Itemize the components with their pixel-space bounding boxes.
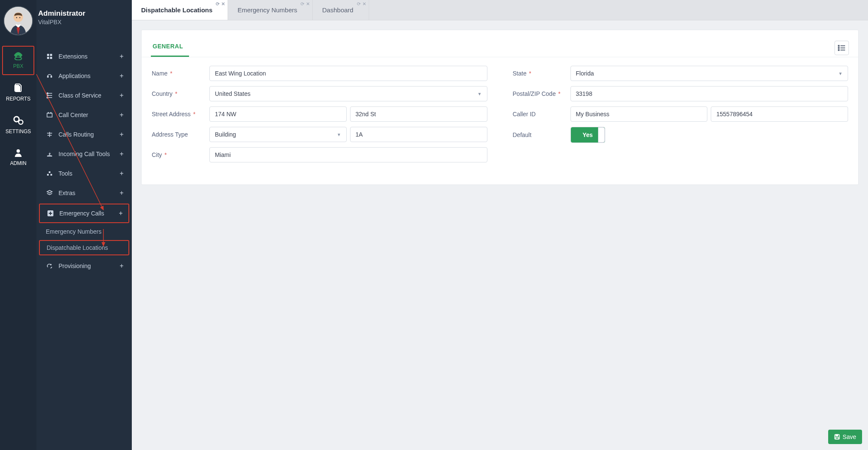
- svg-rect-44: [836, 435, 838, 436]
- rail-pbx[interactable]: PBX: [2, 46, 34, 75]
- address-type-value: Building: [215, 131, 236, 138]
- nav-dispatchable-locations[interactable]: Dispatchable Locations: [39, 240, 129, 255]
- label-country: Country *: [152, 90, 206, 97]
- svg-point-15: [50, 76, 52, 78]
- tab-dl-label: Dispatchable Locations: [141, 6, 212, 14]
- svg-point-18: [47, 95, 48, 96]
- list-view-button[interactable]: [835, 41, 849, 55]
- name-input[interactable]: [209, 66, 487, 81]
- tab-close-icon[interactable]: ✕: [306, 1, 310, 7]
- state-select-value: Florida: [576, 70, 594, 77]
- nav-call-center[interactable]: Call Center +: [36, 105, 132, 125]
- label-caller-id: Caller ID: [513, 111, 567, 117]
- label-default: Default: [513, 131, 567, 138]
- nav-emergency-calls[interactable]: Emergency Calls +: [39, 204, 129, 223]
- caller-id-name-input[interactable]: [570, 106, 708, 122]
- cos-icon: [46, 92, 53, 99]
- plus-icon: +: [117, 210, 124, 217]
- tab-dispatchable-locations[interactable]: Dispatchable Locations ⟳✕: [132, 0, 228, 20]
- plus-icon: +: [118, 72, 125, 80]
- nav-extensions[interactable]: Extensions +: [36, 47, 132, 66]
- street2-input[interactable]: [350, 106, 487, 122]
- label-name: Name *: [152, 70, 206, 77]
- svg-rect-12: [47, 57, 49, 59]
- applications-icon: [46, 72, 53, 80]
- nav-applications[interactable]: Applications +: [36, 66, 132, 86]
- nav-dispatchable-locations-label: Dispatchable Locations: [47, 244, 108, 251]
- rail-admin[interactable]: ADMIN: [2, 143, 34, 172]
- nav-tools-label: Tools: [58, 170, 72, 177]
- tab-dashboard[interactable]: Dashboard ⟳✕: [313, 0, 369, 20]
- tab-close-icon[interactable]: ✕: [362, 1, 366, 7]
- svg-point-9: [17, 149, 20, 153]
- svg-point-3: [19, 17, 20, 18]
- state-select[interactable]: Florida▼: [570, 66, 849, 81]
- nav-class-of-service[interactable]: Class of Service +: [36, 86, 132, 105]
- nav-provisioning-label: Provisioning: [58, 263, 91, 269]
- plus-icon: +: [118, 189, 125, 197]
- list-icon: [837, 45, 846, 51]
- label-street: Street Address *: [152, 111, 206, 117]
- tab-refresh-icon[interactable]: ⟳: [300, 1, 304, 7]
- svg-point-37: [838, 45, 840, 46]
- svg-point-14: [47, 76, 49, 78]
- country-select[interactable]: United States▼: [209, 86, 487, 101]
- svg-rect-11: [50, 54, 52, 56]
- nav-extensions-label: Extensions: [58, 53, 87, 60]
- svg-rect-33: [49, 213, 52, 214]
- rail-settings[interactable]: SETTINGS: [2, 110, 34, 140]
- plus-icon: +: [118, 262, 125, 270]
- nav-emergency-numbers-label: Emergency Numbers: [46, 228, 102, 235]
- nav-calls-routing-label: Calls Routing: [58, 131, 94, 138]
- svg-point-23: [48, 112, 49, 113]
- rail-settings-label: SETTINGS: [3, 129, 33, 134]
- default-toggle-label: Yes: [582, 131, 593, 138]
- pill-general[interactable]: GENERAL: [151, 39, 189, 57]
- tab-close-icon[interactable]: ✕: [221, 1, 225, 7]
- phone-icon: [12, 51, 24, 60]
- postal-input[interactable]: [570, 86, 849, 101]
- save-button[interactable]: Save: [828, 430, 862, 444]
- svg-rect-29: [50, 174, 52, 176]
- svg-rect-13: [50, 57, 52, 59]
- plus-icon: +: [118, 131, 125, 138]
- nav-emergency-numbers[interactable]: Emergency Numbers: [36, 224, 132, 239]
- nav-incoming-call-tools[interactable]: Incoming Call Tools +: [36, 144, 132, 164]
- routing-icon: [46, 131, 53, 138]
- incoming-icon: [46, 150, 53, 158]
- address-type-input[interactable]: [350, 127, 487, 142]
- user-avatar-icon: [4, 7, 32, 35]
- avatar[interactable]: [3, 6, 33, 36]
- default-toggle[interactable]: Yes: [571, 127, 605, 143]
- caller-id-num-input[interactable]: [711, 106, 848, 122]
- svg-rect-28: [47, 174, 49, 176]
- city-input[interactable]: [209, 147, 487, 162]
- rail-reports[interactable]: REPORTS: [2, 78, 34, 108]
- plus-icon: +: [118, 170, 125, 177]
- chevron-down-icon: ▼: [478, 92, 482, 96]
- chevron-down-icon: ▼: [337, 132, 341, 137]
- plus-icon: +: [118, 92, 125, 99]
- label-city: City *: [152, 151, 206, 158]
- rail-reports-label: REPORTS: [3, 96, 33, 102]
- svg-point-16: [47, 93, 48, 94]
- rail-pbx-label: PBX: [3, 63, 33, 69]
- user-name: Administrator: [38, 9, 85, 18]
- tab-emergency-numbers[interactable]: Emergency Numbers ⟳✕: [228, 0, 313, 20]
- street1-input[interactable]: [209, 106, 347, 122]
- plus-icon: +: [118, 150, 125, 158]
- extras-icon: [46, 189, 53, 197]
- address-type-select[interactable]: Building▼: [209, 127, 347, 142]
- nav-extras[interactable]: Extras +: [36, 183, 132, 203]
- pill-general-label: GENERAL: [153, 43, 183, 50]
- hospital-icon: [47, 210, 54, 217]
- admin-icon: [14, 148, 23, 157]
- svg-rect-30: [49, 171, 50, 173]
- chevron-down-icon: ▼: [838, 71, 843, 76]
- nav-provisioning[interactable]: Provisioning +: [36, 256, 132, 276]
- label-postal: Postal/ZIP Code *: [513, 90, 567, 97]
- nav-calls-routing[interactable]: Calls Routing +: [36, 125, 132, 144]
- tab-refresh-icon[interactable]: ⟳: [357, 1, 361, 7]
- nav-tools[interactable]: Tools +: [36, 164, 132, 183]
- tab-refresh-icon[interactable]: ⟳: [216, 1, 220, 7]
